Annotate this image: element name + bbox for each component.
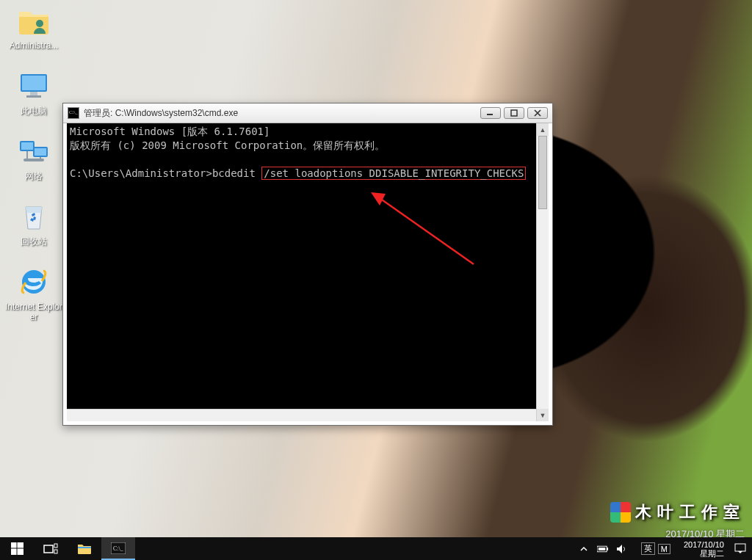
horizontal-scrollbar[interactable] bbox=[67, 409, 536, 421]
file-explorer-icon bbox=[77, 542, 92, 555]
vertical-scrollbar[interactable]: ▲ ▼ bbox=[536, 123, 549, 421]
task-view-icon bbox=[43, 543, 58, 555]
tray-battery-icon[interactable] bbox=[597, 543, 609, 555]
icon-label: 回收站 bbox=[3, 236, 65, 247]
scroll-up-arrow-icon[interactable]: ▲ bbox=[537, 123, 549, 136]
ime-lang: 英 bbox=[641, 542, 655, 555]
cmd-command: bcdedit bbox=[212, 167, 261, 179]
svg-rect-11 bbox=[40, 157, 41, 160]
taskbar: C:\_ 英 M 2017/10/10 星期二 bbox=[0, 537, 752, 560]
desktop-icon-admin-folder[interactable]: Administra... bbox=[3, 3, 65, 51]
taskbar-file-explorer[interactable] bbox=[68, 537, 101, 560]
svg-rect-20 bbox=[17, 549, 24, 556]
svg-rect-17 bbox=[11, 542, 17, 548]
desktop-icon-this-pc[interactable]: 此电脑 bbox=[3, 68, 65, 116]
scroll-thumb[interactable] bbox=[538, 136, 547, 209]
svg-rect-18 bbox=[17, 542, 24, 548]
svg-point-0 bbox=[36, 20, 43, 27]
svg-rect-23 bbox=[54, 550, 57, 553]
svg-rect-19 bbox=[11, 549, 17, 556]
monitor-icon bbox=[16, 68, 51, 103]
window-title: 管理员: C:\Windows\system32\cmd.exe bbox=[84, 107, 480, 120]
svg-rect-14 bbox=[511, 110, 517, 116]
watermark-studio: 木 叶 工 作 室 bbox=[610, 501, 740, 523]
svg-text:C:\_: C:\_ bbox=[113, 545, 124, 552]
svg-rect-22 bbox=[54, 544, 57, 548]
cmd-highlight: /set loadoptions DDISABLE_INTEGRITY_CHEC… bbox=[261, 167, 526, 180]
task-view-button[interactable] bbox=[34, 537, 68, 560]
svg-rect-4 bbox=[26, 95, 41, 98]
windows-logo-icon bbox=[11, 542, 24, 555]
ime-mode: M bbox=[658, 544, 670, 554]
studio-name: 木 叶 工 作 室 bbox=[635, 501, 740, 523]
tray-volume-icon[interactable] bbox=[616, 543, 628, 555]
clock-weekday: 星期二 bbox=[684, 549, 724, 558]
tray-chevron-up-icon[interactable] bbox=[578, 543, 590, 555]
cmd-window: 管理员: C:\Windows\system32\cmd.exe Microso… bbox=[62, 103, 553, 426]
desktop-icon-network[interactable]: 网络 bbox=[3, 134, 65, 181]
svg-rect-30 bbox=[735, 544, 745, 551]
cmd-client-area[interactable]: Microsoft Windows [版本 6.1.7601] 版权所有 (c)… bbox=[67, 123, 549, 421]
ime-indicator[interactable]: 英 M bbox=[635, 537, 673, 560]
folder-user-icon bbox=[16, 3, 51, 38]
desktop-icon-internet-explorer[interactable]: Internet Explorer bbox=[3, 264, 65, 322]
svg-rect-21 bbox=[44, 545, 53, 553]
clock-date: 2017/10/10 bbox=[684, 540, 724, 549]
cmd-icon: C:\_ bbox=[111, 542, 126, 554]
icon-label: Administra... bbox=[3, 40, 65, 51]
svg-rect-24 bbox=[78, 547, 91, 548]
icon-label: 此电脑 bbox=[3, 106, 65, 116]
cmd-line: Microsoft Windows [版本 6.1.7601] bbox=[70, 126, 270, 137]
ie-icon bbox=[16, 264, 51, 299]
icon-label: Internet Explorer bbox=[3, 302, 65, 322]
cmd-prompt: C:\Users\Administrator> bbox=[70, 167, 212, 179]
svg-rect-13 bbox=[487, 114, 493, 115]
icon-label: 网络 bbox=[3, 171, 65, 181]
close-button[interactable] bbox=[527, 107, 548, 119]
cmd-line: 版权所有 (c) 2009 Microsoft Corporation。保留所有… bbox=[70, 139, 385, 151]
network-icon bbox=[16, 134, 51, 169]
recycle-bin-icon bbox=[16, 199, 51, 234]
svg-rect-6 bbox=[21, 142, 33, 150]
titlebar[interactable]: 管理员: C:\Windows\system32\cmd.exe bbox=[63, 103, 552, 123]
window-controls bbox=[480, 107, 548, 119]
maximize-button[interactable] bbox=[504, 107, 524, 119]
studio-logo-icon bbox=[610, 502, 631, 523]
desktop-icons: Administra... 此电脑 网络 回收站 Internet Explor… bbox=[3, 3, 65, 340]
svg-rect-8 bbox=[35, 148, 46, 156]
svg-rect-2 bbox=[22, 76, 46, 90]
taskbar-clock[interactable]: 2017/10/10 星期二 bbox=[681, 540, 727, 558]
desktop-icon-recycle-bin[interactable]: 回收站 bbox=[3, 199, 65, 247]
action-center-button[interactable] bbox=[734, 543, 746, 555]
minimize-button[interactable] bbox=[480, 107, 501, 119]
svg-rect-10 bbox=[26, 151, 28, 159]
svg-rect-28 bbox=[607, 548, 608, 550]
svg-rect-3 bbox=[30, 92, 37, 95]
taskbar-cmd[interactable]: C:\_ bbox=[101, 537, 135, 560]
cmd-app-icon bbox=[68, 107, 79, 119]
start-button[interactable] bbox=[0, 537, 34, 560]
svg-rect-29 bbox=[599, 548, 605, 550]
scroll-down-arrow-icon[interactable]: ▼ bbox=[537, 409, 549, 421]
